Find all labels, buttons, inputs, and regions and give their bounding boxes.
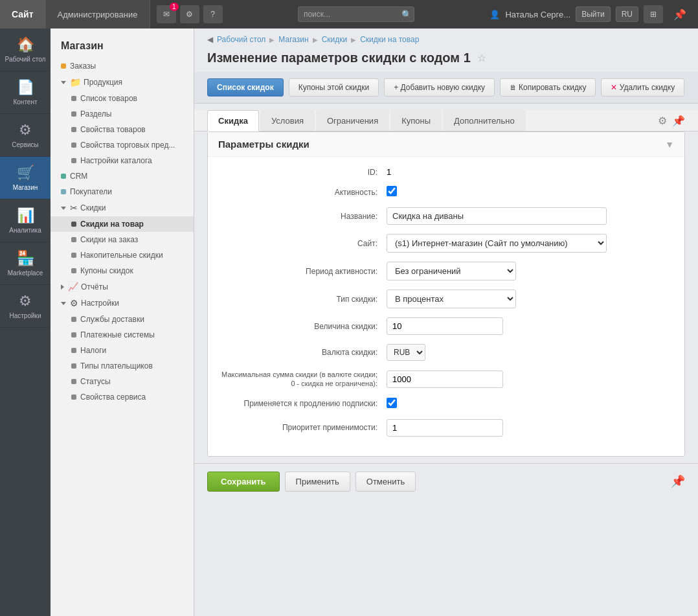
collapse-icon[interactable]: ▼ xyxy=(665,139,674,150)
bottom-actions: Сохранить Применить Отменить 📌 xyxy=(194,463,698,499)
nav-toggle-products[interactable]: 📁 Продукция xyxy=(51,74,194,91)
orders-icon xyxy=(61,63,66,69)
type-select[interactable]: В процентах xyxy=(387,290,516,308)
sidebar-item-services[interactable]: ⚙ Сервисы xyxy=(0,114,51,157)
subscription-checkbox[interactable] xyxy=(387,398,397,408)
nav-sidebar: Магазин Заказы 📁 Продукция Список товаро… xyxy=(51,29,194,616)
apply-btn[interactable]: Применить xyxy=(285,472,350,492)
sidebar-item-desktop[interactable]: 🏠 Рабочий стол xyxy=(0,29,51,71)
amount-input[interactable] xyxy=(387,317,503,335)
lang-selector[interactable]: RU xyxy=(616,6,638,22)
nav-item-discounts-order[interactable]: Скидки на заказ xyxy=(51,232,194,247)
bottom-pin-icon[interactable]: 📌 xyxy=(671,474,685,488)
name-input[interactable] xyxy=(387,207,607,225)
nav-item-crm[interactable]: CRM xyxy=(51,168,194,184)
nav-toggle-store-settings[interactable]: ⚙ Настройки xyxy=(51,295,194,312)
settings-btn[interactable]: ⚙ xyxy=(180,5,199,23)
discounts-icon: ✂ xyxy=(70,203,78,213)
coupons-btn[interactable]: Купоны этой скидки xyxy=(289,78,379,97)
nav-toggle-discounts[interactable]: ✂ Скидки xyxy=(51,200,194,216)
help-btn[interactable]: ? xyxy=(203,5,223,23)
active-checkbox[interactable] xyxy=(387,186,397,196)
breadcrumb-arrow-icon: ◀ xyxy=(207,35,213,44)
bell-icon: ✉ xyxy=(163,10,170,19)
id-label: ID: xyxy=(218,168,387,177)
grid-icon-btn[interactable]: ⊞ xyxy=(644,5,663,23)
tab-settings-btn[interactable]: ⚙ xyxy=(658,115,667,127)
bullet-icon xyxy=(71,96,76,101)
copy-discount-btn[interactable]: Копировать скидку xyxy=(500,78,596,97)
nav-item-sections[interactable]: Разделы xyxy=(51,106,194,122)
nav-toggle-reports[interactable]: 📈 Отчёты xyxy=(51,279,194,295)
bullet-icon xyxy=(71,237,76,242)
currency-select[interactable]: RUB xyxy=(387,344,425,361)
nav-item-buyers[interactable]: Покупатели xyxy=(51,184,194,200)
bullet-icon xyxy=(71,317,76,322)
tab-restrictions[interactable]: Ограничения xyxy=(316,110,389,131)
form-body: ID: 1 Активность: Название: xyxy=(208,157,684,456)
tab-discount[interactable]: Скидка xyxy=(207,110,259,131)
id-value: 1 xyxy=(387,167,674,177)
nav-item-products-list[interactable]: Список товаров xyxy=(51,91,194,106)
max-sum-label: Максимальная сумма скидки (в валюте скид… xyxy=(218,370,387,389)
nav-item-service-props[interactable]: Свойства сервиса xyxy=(51,389,194,405)
list-discounts-btn[interactable]: Список скидок xyxy=(207,78,284,97)
field-name: Название: xyxy=(218,207,674,225)
site-label: Сайт: xyxy=(218,239,387,248)
breadcrumb-discounts[interactable]: Скидки xyxy=(322,35,348,44)
nav-item-statuses[interactable]: Статусы xyxy=(51,374,194,389)
favorite-star-icon[interactable]: ☆ xyxy=(477,52,486,64)
logout-btn[interactable]: Выйти xyxy=(576,6,611,22)
home-icon: 🏠 xyxy=(17,36,34,53)
tab-additional[interactable]: Дополнительно xyxy=(443,110,526,131)
bullet-icon xyxy=(71,348,76,353)
pin-icon[interactable]: 📌 xyxy=(668,8,692,21)
nav-item-orders[interactable]: Заказы xyxy=(51,58,194,74)
main-layout: 🏠 Рабочий стол 📄 Контент ⚙ Сервисы 🛒 Маг… xyxy=(0,29,698,616)
breadcrumb-sep2: ▶ xyxy=(313,36,318,43)
nav-item-trade-props[interactable]: Свойства торговых пред... xyxy=(51,137,194,153)
nav-item-discounts-product[interactable]: Скидки на товар xyxy=(51,216,194,232)
nav-item-payer-types[interactable]: Типы плательщиков xyxy=(51,358,194,374)
add-discount-btn[interactable]: Добавить новую скидку xyxy=(384,78,495,97)
tab-conditions[interactable]: Условия xyxy=(260,110,315,131)
breadcrumb-shop[interactable]: Магазин xyxy=(278,35,308,44)
cancel-btn[interactable]: Отменить xyxy=(355,472,416,492)
nav-item-cumulative-discounts[interactable]: Накопительные скидки xyxy=(51,247,194,263)
sidebar-item-shop[interactable]: 🛒 Магазин xyxy=(0,157,51,200)
folder-icon: 📁 xyxy=(70,77,81,87)
delete-discount-btn[interactable]: Удалить скидку xyxy=(601,78,684,97)
site-tab[interactable]: Сайт xyxy=(0,0,46,29)
search-submit-btn[interactable]: 🔍 xyxy=(401,10,412,19)
sidebar-item-marketplace[interactable]: 🏪 Marketplace xyxy=(0,242,51,285)
bullet-icon xyxy=(71,332,76,337)
breadcrumb-discounts-product[interactable]: Скидки на товар xyxy=(360,35,419,44)
max-sum-input[interactable] xyxy=(387,371,503,388)
pin-icon: 📌 xyxy=(672,115,685,126)
nav-item-delivery[interactable]: Службы доставки xyxy=(51,312,194,327)
breadcrumb-desktop[interactable]: Рабочий стол xyxy=(217,35,265,44)
tab-coupons[interactable]: Купоны xyxy=(390,110,442,131)
shop-icon: 🛒 xyxy=(17,165,34,181)
sidebar-item-analytics[interactable]: 📊 Аналитика xyxy=(0,200,51,242)
sidebar-item-content[interactable]: 📄 Контент xyxy=(0,71,51,114)
analytics-icon: 📊 xyxy=(17,207,34,224)
admin-tab[interactable]: Администрирование xyxy=(46,0,150,29)
nav-item-catalog-settings[interactable]: Настройки каталога xyxy=(51,153,194,168)
priority-input[interactable] xyxy=(387,419,503,437)
nav-item-taxes[interactable]: Налоги xyxy=(51,343,194,358)
action-bar: Список скидок Купоны этой скидки Добавит… xyxy=(194,72,698,104)
site-select[interactable]: (s1) Интернет-магазин (Сайт по умолчанию… xyxy=(387,234,607,253)
toggle-down-icon xyxy=(61,207,66,210)
nav-item-coupon-discounts[interactable]: Купоны скидок xyxy=(51,263,194,279)
field-amount: Величина скидки: xyxy=(218,317,674,335)
period-select[interactable]: Без ограничений xyxy=(387,262,516,280)
tab-pin-btn[interactable]: 📌 xyxy=(672,115,685,127)
save-btn[interactable]: Сохранить xyxy=(207,472,280,492)
search-input[interactable] xyxy=(298,6,414,22)
notifications-btn[interactable]: ✉ 1 xyxy=(157,5,176,23)
field-subscription: Применяется к продлению подписки: xyxy=(218,398,674,410)
nav-item-product-props[interactable]: Свойства товаров xyxy=(51,122,194,137)
sidebar-item-settings[interactable]: ⚙ Настройки xyxy=(0,285,51,328)
nav-item-payment[interactable]: Платежные системы xyxy=(51,327,194,343)
